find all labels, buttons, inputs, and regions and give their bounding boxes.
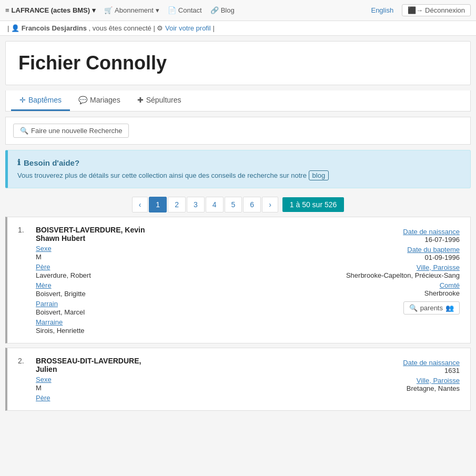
parents-icon: 👥 — [445, 304, 454, 312]
new-search-button[interactable]: 🔍 Faire une nouvelle Recherche — [13, 124, 129, 138]
field-label-sexe[interactable]: Sexe — [36, 245, 333, 252]
help-title: ℹ Besoin d'aide? — [17, 158, 461, 167]
logout-button[interactable]: ⬛→ Déconnexion — [402, 4, 471, 16]
field-label-ville-paroisse[interactable]: Ville, Paroisse — [344, 264, 460, 271]
help-text: Vous trouverez plus de détails sur cette… — [17, 170, 461, 180]
brand-chevron: ▾ — [92, 6, 96, 14]
nav-blog[interactable]: 🔗 Blog — [210, 6, 235, 14]
tab-mariages[interactable]: 💬 Mariages — [70, 90, 129, 111]
field-value-ville-paroisse: Sherbrooke-Capelton, Précieux-Sang — [344, 271, 460, 279]
record-right: Date de naissance 16-07-1996 Date du bap… — [344, 226, 460, 335]
field-value-sexe: M — [36, 253, 42, 261]
field-label-comte[interactable]: Comté — [344, 281, 460, 289]
search-area: 🔍 Faire une nouvelle Recherche — [5, 117, 471, 145]
page-title-area: Fichier Connolly — [5, 41, 471, 85]
page-count-badge: 1 à 50 sur 526 — [282, 197, 345, 212]
voir-profil-link[interactable]: Voir votre profil — [165, 24, 212, 32]
nav-abonnement[interactable]: 🛒 Abonnement ▾ — [104, 6, 159, 14]
external-link-icon: 🔗 — [210, 6, 219, 14]
user-bar-suffix: | — [212, 24, 214, 32]
record-body: BROSSEAU-DIT-LAVERDURE, Julien Sexe M Pè… — [36, 357, 460, 402]
brand-logo[interactable]: ≡ LAFRANCE (actes BMS) ▾ — [5, 6, 96, 14]
record-card: 2. BROSSEAU-DIT-LAVERDURE, Julien Sexe M… — [5, 348, 471, 411]
page-3-button[interactable]: 3 — [187, 197, 205, 212]
field-value-comte: Sherbrooke — [344, 289, 460, 297]
field-label-pere[interactable]: Père — [36, 394, 333, 402]
menu-icon: ≡ — [5, 6, 9, 14]
logout-icon: ⬛→ — [408, 6, 423, 14]
field-label-mere[interactable]: Mère — [36, 281, 333, 289]
gear-icon: ⚙ — [157, 24, 165, 32]
page-1-button[interactable]: 1 — [149, 197, 167, 212]
record-number: 2. — [18, 357, 31, 402]
cart-icon: 🛒 — [104, 6, 113, 14]
record-left: BOISVERT-LAVERDURE, Kevin Shawn Hubert S… — [36, 226, 333, 335]
page-6-button[interactable]: 6 — [243, 197, 261, 212]
page-4-button[interactable]: 4 — [206, 197, 224, 212]
field-label-parrain[interactable]: Parrain — [36, 300, 333, 308]
field-value-date-bapteme: 01-09-1996 — [344, 254, 460, 261]
info-icon: ℹ — [17, 158, 21, 167]
record-parent-name: Julien — [36, 365, 333, 373]
tab-baptemes[interactable]: ✛ Baptêmes — [11, 90, 70, 111]
field-value-date-naissance: 16-07-1996 — [344, 236, 460, 244]
user-icon: 👤 — [11, 24, 22, 32]
field-label-date-naissance[interactable]: Date de naissance — [344, 228, 460, 236]
record-left: BROSSEAU-DIT-LAVERDURE, Julien Sexe M Pè… — [36, 357, 333, 402]
nav-contact[interactable]: 📄 Contact — [168, 6, 202, 14]
next-page-button[interactable]: › — [262, 197, 278, 212]
record-number: 1. — [18, 226, 31, 335]
file-icon: 📄 — [168, 6, 176, 14]
records-area: 1. BOISVERT-LAVERDURE, Kevin Shawn Huber… — [5, 217, 471, 411]
field-value-sexe: M — [36, 384, 42, 392]
top-nav: ≡ LAFRANCE (actes BMS) ▾ 🛒 Abonnement ▾ … — [0, 0, 476, 21]
pagination: ‹ 1 2 3 4 5 6 › 1 à 50 sur 526 — [5, 197, 471, 212]
field-value-pere: Laverdure, Robert — [36, 271, 91, 279]
record-main-name: BOISVERT-LAVERDURE, Kevin — [36, 226, 333, 234]
tabs-bar: ✛ Baptêmes 💬 Mariages ✚ Sépultures — [5, 90, 471, 112]
record-card: 1. BOISVERT-LAVERDURE, Kevin Shawn Huber… — [5, 217, 471, 343]
field-label-date-naissance[interactable]: Date de naissance — [344, 359, 460, 367]
help-box: ℹ Besoin d'aide? Vous trouverez plus de … — [5, 150, 471, 188]
marriage-icon: 💬 — [78, 96, 87, 104]
record-parent-name: Shawn Hubert — [36, 234, 333, 242]
blog-link[interactable]: blog — [309, 170, 329, 180]
field-value-marraine: Sirois, Henriette — [36, 327, 84, 335]
connected-text: , vous êtes connecté | — [89, 24, 155, 32]
field-label-pere[interactable]: Père — [36, 263, 333, 271]
baptism-icon: ✛ — [19, 96, 26, 104]
field-label-sexe[interactable]: Sexe — [36, 376, 333, 383]
record-main-name: BROSSEAU-DIT-LAVERDURE, — [36, 357, 333, 365]
prev-page-button[interactable]: ‹ — [132, 197, 148, 212]
record-body: BOISVERT-LAVERDURE, Kevin Shawn Hubert S… — [36, 226, 460, 335]
field-value-ville-paroisse: Bretagne, Nantes — [344, 384, 460, 392]
page-2-button[interactable]: 2 — [168, 197, 186, 212]
field-value-date-naissance: 1631 — [344, 367, 460, 374]
tab-sepultures[interactable]: ✚ Sépultures — [129, 90, 190, 111]
field-label-marraine[interactable]: Marraine — [36, 318, 333, 326]
user-bar-prefix: | — [7, 24, 9, 32]
burial-icon: ✚ — [137, 96, 144, 104]
record-right: Date de naissance 1631 Ville, Paroisse B… — [344, 357, 460, 402]
field-value-parrain: Boisvert, Marcel — [36, 308, 85, 316]
page-5-button[interactable]: 5 — [225, 197, 242, 212]
parents-button[interactable]: 🔍 parents 👥 — [403, 301, 460, 315]
user-name: Francois Desjardins — [22, 24, 87, 32]
field-value-mere: Boisvert, Brigitte — [36, 290, 86, 298]
field-label-ville-paroisse[interactable]: Ville, Paroisse — [344, 377, 460, 384]
language-switch[interactable]: English — [371, 6, 393, 14]
page-title: Fichier Connolly — [18, 52, 458, 74]
chevron-down-icon: ▾ — [156, 6, 159, 14]
search-parents-icon: 🔍 — [409, 304, 418, 312]
brand-label: LAFRANCE (actes BMS) — [12, 6, 90, 14]
search-icon: 🔍 — [20, 127, 28, 135]
user-bar: | 👤 Francois Desjardins , vous êtes conn… — [0, 21, 476, 36]
voir-profil-text: votre profil — [179, 24, 211, 32]
field-label-date-bapteme[interactable]: Date du bapteme — [344, 246, 460, 254]
